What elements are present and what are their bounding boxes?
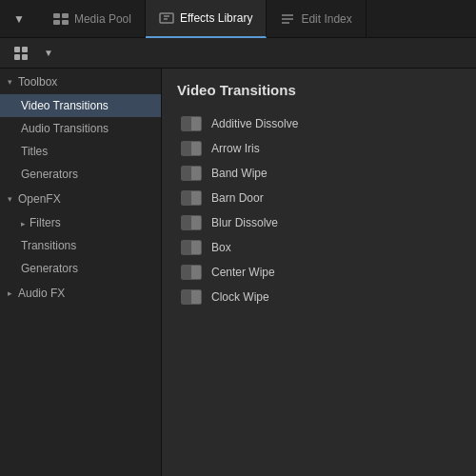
content-title: Video Transitions	[177, 82, 461, 98]
transition-item-center-wipe[interactable]: Center Wipe	[177, 260, 461, 285]
svg-rect-2	[53, 20, 60, 25]
tab-effects-library[interactable]: Effects Library	[146, 0, 267, 38]
sidebar: ▾ToolboxVideo TransitionsAudio Transitio…	[0, 69, 162, 476]
sidebar-item-label-transitions-openfx: Transitions	[21, 239, 76, 252]
chevron-down-icon: ▼	[13, 12, 25, 26]
chevron-icon-audio-fx: ▸	[8, 288, 12, 298]
transition-label-arrow-iris: Arrow Iris	[211, 142, 260, 155]
sidebar-section-header-audio-fx[interactable]: ▸Audio FX	[0, 280, 161, 306]
sidebar-item-generators[interactable]: Generators	[0, 163, 161, 186]
sidebar-item-label-audio-transitions: Audio Transitions	[21, 122, 109, 135]
sidebar-item-filters[interactable]: ▸Filters	[0, 211, 161, 234]
transition-icon-arrow-iris	[181, 141, 202, 156]
sidebar-section-label-audio-fx: Audio FX	[18, 287, 65, 300]
svg-rect-10	[14, 47, 20, 52]
transition-icon-box	[181, 240, 202, 255]
transition-item-blur-dissolve[interactable]: Blur Dissolve	[177, 210, 461, 235]
sidebar-section-label-openfx: OpenFX	[18, 192, 61, 206]
grid-view-btn[interactable]	[8, 42, 34, 65]
content-area: Video Transitions Additive DissolveArrow…	[162, 69, 476, 476]
sidebar-item-label-generators-openfx: Generators	[21, 262, 78, 275]
media-pool-icon	[53, 13, 69, 25]
dropdown-arrow-btn[interactable]: ▼	[38, 44, 59, 62]
sidebar-item-titles[interactable]: Titles	[0, 140, 161, 163]
transition-item-arrow-iris[interactable]: Arrow Iris	[177, 136, 461, 161]
svg-rect-11	[22, 47, 28, 52]
sidebar-section-header-openfx[interactable]: ▾OpenFX	[0, 186, 161, 211]
toolbar-row: ▼	[0, 38, 476, 69]
effects-library-icon	[159, 12, 174, 24]
sidebar-item-label-generators: Generators	[21, 168, 78, 181]
svg-rect-13	[22, 54, 28, 60]
transition-label-additive-dissolve: Additive Dissolve	[211, 117, 298, 130]
sidebar-item-transitions-openfx[interactable]: Transitions	[0, 234, 161, 257]
transition-item-box[interactable]: Box	[177, 235, 461, 260]
sidebar-item-generators-openfx[interactable]: Generators	[0, 257, 161, 280]
sidebar-item-label-titles: Titles	[21, 145, 48, 158]
svg-rect-3	[62, 20, 69, 25]
chevron-down-icon-toolbar: ▼	[44, 48, 53, 58]
tab-media-pool[interactable]: Media Pool	[40, 0, 146, 38]
tab-bar-left: ▼	[8, 9, 30, 30]
transition-icon-barn-door	[181, 190, 202, 206]
transition-item-band-wipe[interactable]: Band Wipe	[177, 161, 461, 186]
sidebar-section-audio-fx: ▸Audio FX	[0, 280, 161, 306]
sidebar-item-video-transitions[interactable]: Video Transitions	[0, 94, 161, 117]
sidebar-item-audio-transitions[interactable]: Audio Transitions	[0, 117, 161, 140]
transition-icon-clock-wipe	[181, 289, 202, 305]
svg-rect-1	[62, 13, 69, 18]
transition-label-center-wipe: Center Wipe	[211, 266, 275, 279]
main-layout: ▾ToolboxVideo TransitionsAudio Transitio…	[0, 69, 476, 476]
transition-icon-additive-dissolve	[181, 116, 202, 131]
sidebar-section-openfx: ▾OpenFX▸FiltersTransitionsGenerators	[0, 186, 161, 280]
tab-label-effects-library: Effects Library	[180, 11, 252, 25]
transition-item-additive-dissolve[interactable]: Additive Dissolve	[177, 111, 461, 136]
sidebar-section-toolbox: ▾ToolboxVideo TransitionsAudio Transitio…	[0, 69, 161, 186]
svg-rect-12	[14, 54, 20, 60]
transition-icon-band-wipe	[181, 166, 202, 181]
transition-item-barn-door[interactable]: Barn Door	[177, 186, 461, 210]
chevron-icon-openfx: ▾	[8, 194, 12, 204]
transition-list: Additive DissolveArrow IrisBand WipeBarn…	[177, 111, 461, 309]
chevron-right-icon-filters: ▸	[21, 219, 26, 228]
sidebar-section-header-toolbox[interactable]: ▾Toolbox	[0, 69, 161, 94]
transition-label-band-wipe: Band Wipe	[211, 167, 268, 180]
sidebar-section-label-toolbox: Toolbox	[18, 75, 57, 89]
svg-rect-4	[160, 13, 173, 23]
transition-label-blur-dissolve: Blur Dissolve	[211, 216, 278, 229]
tab-edit-index[interactable]: Edit Index	[267, 0, 366, 38]
svg-rect-0	[53, 13, 60, 18]
edit-index-icon	[280, 13, 295, 25]
transition-icon-center-wipe	[181, 265, 202, 280]
transition-label-clock-wipe: Clock Wipe	[211, 290, 269, 304]
dropdown-btn[interactable]: ▼	[8, 9, 30, 30]
tab-bar: ▼ Media Pool Effects Library Edit Index	[0, 0, 476, 38]
sidebar-item-label-video-transitions: Video Transitions	[21, 99, 109, 112]
transition-icon-blur-dissolve	[181, 215, 202, 230]
tab-label-media-pool: Media Pool	[74, 12, 131, 26]
transition-label-box: Box	[211, 241, 231, 254]
tab-label-edit-index: Edit Index	[301, 12, 351, 26]
transition-item-clock-wipe[interactable]: Clock Wipe	[177, 285, 461, 309]
transition-label-barn-door: Barn Door	[211, 191, 264, 205]
sidebar-item-label-filters: Filters	[30, 216, 61, 229]
chevron-icon-toolbox: ▾	[8, 77, 12, 87]
